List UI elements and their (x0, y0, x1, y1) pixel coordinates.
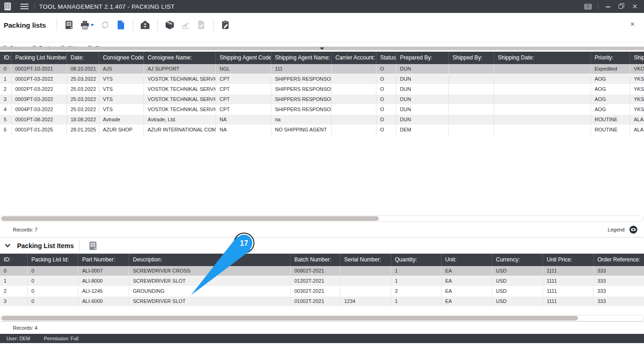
table-cell (332, 95, 376, 104)
confirm-document-button[interactable] (195, 18, 208, 31)
minimize-button[interactable] (604, 0, 612, 13)
table-cell: VOSTOK TECHNIKAL SERVICES (144, 84, 216, 94)
table-cell: SHIPPERS RESPONSOBILITY (271, 95, 332, 104)
column-header[interactable]: Part Number: (78, 254, 129, 266)
table-cell: ALASKA (630, 125, 644, 135)
column-header[interactable]: Unit Price: (543, 254, 594, 266)
export-items-excel-button[interactable]: x (87, 239, 100, 252)
statusbar: User: DEM Permission: Full (0, 334, 644, 343)
table-cell: O (376, 74, 396, 84)
items-hscrollbar[interactable] (0, 315, 644, 321)
toolbar-separator (157, 19, 158, 31)
column-header[interactable]: Consignee Name: (144, 52, 216, 64)
column-header[interactable]: Order Reference: (594, 254, 644, 266)
collapse-section-icon[interactable] (5, 243, 11, 248)
table-cell (332, 125, 376, 135)
edit-notes-icon (221, 20, 229, 30)
table-cell: VTS (99, 84, 144, 94)
table-cell: ALI-1245 (78, 286, 129, 296)
scrollbar-thumb[interactable] (1, 216, 379, 221)
table-cell (332, 105, 376, 114)
column-header[interactable]: Shipping Agent Name: (271, 52, 332, 64)
table-row[interactable]: 30ALI-6000SCREWDRIVER SLOT01002T-2021123… (0, 297, 644, 307)
hamburger-menu-icon[interactable] (20, 4, 29, 9)
table-row[interactable]: 00ALI-0007SCREWDRIVER CROSS00802T-20211E… (0, 266, 644, 276)
table-cell: O (376, 125, 396, 135)
column-header[interactable]: Date: (67, 52, 99, 64)
table-cell: VOSTOK TECHNIKAL SERVICES (144, 95, 216, 104)
table-cell: AOG (591, 74, 630, 84)
table-row[interactable]: 00001PT-10-202108.10.2021AJSAJ SUPPORTNG… (0, 64, 644, 74)
legend-label: Legend (608, 227, 625, 232)
ship-flight-button[interactable] (179, 18, 192, 31)
column-header[interactable]: Shipped By: (449, 52, 494, 64)
column-header[interactable]: Shipping Agent Code: (216, 52, 271, 64)
table-cell: O (376, 105, 396, 114)
table-row[interactable]: 20002PT-03-202225.03.2022VTSVOSTOK TECHN… (0, 84, 644, 95)
toolbar-separator (213, 19, 214, 31)
table-row[interactable]: 50001PT-08-202218.08.2022AvtradeAvtrade,… (0, 115, 644, 125)
table-cell (449, 105, 494, 114)
table-cell: 25.03.2022 (67, 74, 99, 84)
column-header[interactable]: Packing List Id: (28, 254, 78, 266)
table-cell: AJS (99, 64, 144, 74)
table-row[interactable]: 10001PT-03-202225.03.2022VTSVOSTOK TECHN… (0, 74, 644, 84)
table-cell: na (271, 115, 332, 125)
package-button[interactable] (163, 18, 176, 31)
table-cell: YKS (630, 95, 644, 104)
column-header[interactable]: Consignee Code: (99, 52, 144, 64)
refresh-button[interactable] (99, 18, 112, 31)
table-row[interactable]: 30003PT-03-202225.03.2022VTSVOSTOK TECHN… (0, 95, 644, 105)
column-header[interactable]: ID: (0, 52, 12, 64)
titlebar-separator (598, 3, 598, 10)
new-document-button[interactable] (114, 18, 127, 31)
column-header[interactable]: Unit: (441, 254, 492, 266)
column-header[interactable]: Status: (376, 52, 396, 64)
column-header[interactable]: Description: (129, 254, 291, 266)
column-header[interactable]: Prepared By: (396, 52, 449, 64)
notification-icon[interactable]: ! (584, 4, 592, 10)
table-row[interactable]: 10ALI-8000SCREWDRIVER SLOT01202T-20211EA… (0, 276, 644, 286)
legend-eye-icon[interactable] (629, 225, 638, 234)
collapse-splitter[interactable] (0, 47, 644, 51)
column-header[interactable]: ID: (0, 254, 28, 266)
packing-list-items-header: Packing List Items x (0, 237, 644, 254)
section-separator (79, 241, 80, 251)
warehouse-icon (140, 20, 150, 30)
table-cell (449, 64, 494, 74)
column-header[interactable]: Carrier Account: (332, 52, 376, 64)
close-module-icon[interactable]: × (630, 20, 635, 28)
svg-text:x: x (70, 26, 72, 29)
export-excel-button[interactable]: x (63, 18, 76, 31)
table-cell: 3 (0, 297, 28, 306)
packing-list-hscrollbar[interactable] (0, 215, 644, 222)
column-header[interactable]: Currency: (492, 254, 543, 266)
edit-notes-button[interactable] (219, 18, 232, 31)
table-cell: CPT (216, 84, 271, 94)
table-cell (494, 105, 591, 114)
print-button[interactable] (78, 18, 96, 31)
table-cell: VOSTOK TECHNIKAL SERVICES (144, 105, 216, 114)
warehouse-button[interactable] (139, 18, 152, 31)
table-cell: YKS (630, 84, 644, 94)
restore-button[interactable] (618, 0, 625, 13)
column-header[interactable]: Serial Number: (340, 254, 391, 266)
table-row[interactable]: 20ALI-1245GROUNDING00302T-20212EAUSD1111… (0, 286, 644, 297)
column-header[interactable]: Batch Number: (291, 254, 340, 266)
close-window-button[interactable]: ✕ (631, 0, 638, 13)
print-options-dropdown-icon[interactable] (90, 24, 94, 26)
column-header[interactable]: Quantity: (391, 254, 441, 266)
table-cell: 0003PT-03-2022 (12, 95, 67, 104)
table-cell: NO SHIPPING AGENT (271, 125, 332, 135)
table-cell: 25.03.2022 (67, 105, 99, 114)
table-row[interactable]: 40004PT-03-202225.03.2022VTSVOSTOK TECHN… (0, 105, 644, 115)
column-header[interactable]: Shipping Date: (494, 52, 591, 64)
table-cell: 0001PT-08-2022 (12, 115, 67, 125)
column-header[interactable]: Ship To: (630, 52, 644, 64)
table-row[interactable]: 60001PT-01-202528.01.2025AZUR SHOPAZUR I… (0, 125, 644, 135)
table-cell: 0 (28, 286, 78, 296)
scrollbar-thumb[interactable] (1, 316, 578, 320)
column-header[interactable]: Packing List Number: (12, 52, 67, 64)
records-count: Records: 4 (13, 325, 37, 331)
column-header[interactable]: Priority: (591, 52, 630, 64)
